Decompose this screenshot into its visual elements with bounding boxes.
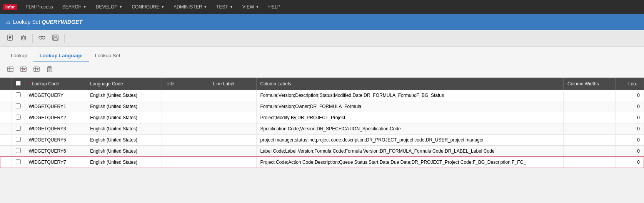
cell-languagecode: English (United States) (86, 135, 162, 146)
cell-title (162, 146, 209, 157)
cell-loo: 0 (616, 135, 644, 146)
nav-view-arrow: ▼ (256, 5, 259, 9)
cell-columnwidths (564, 112, 616, 123)
home-icon[interactable]: ⌂ (6, 18, 10, 25)
delete-button[interactable] (18, 33, 29, 44)
cell-columnwidths (564, 90, 616, 101)
tabs-bar: Lookup Lookup Language Lookup Set (0, 47, 644, 62)
row-number (0, 146, 12, 157)
nav-view[interactable]: VIEW ▼ (239, 0, 263, 14)
svg-rect-13 (54, 35, 57, 37)
table-row: WIDGETQUERY2English (United States)Proje… (0, 112, 644, 123)
cell-loo: 0 (616, 157, 644, 168)
select-all-checkbox[interactable] (16, 81, 21, 86)
save-icon (52, 35, 58, 41)
search-lookup-button[interactable] (36, 33, 48, 44)
row-select-checkbox[interactable] (16, 92, 21, 97)
cell-languagecode: English (United States) (86, 101, 162, 112)
cell-lookupcode: WIDGETQUERY7 (25, 157, 86, 168)
cell-columnwidths (564, 123, 616, 135)
sub-new-icon (7, 66, 13, 72)
cell-languagecode: English (United States) (86, 157, 162, 168)
table-row: WIDGETQUERY1English (United States)Formu… (0, 101, 644, 112)
cell-title (162, 157, 209, 168)
row-select-checkbox[interactable] (16, 103, 21, 108)
sub-paste-icon (47, 66, 53, 72)
col-header-checkbox (12, 78, 25, 90)
row-number (0, 112, 12, 123)
cell-loo: 0 (616, 90, 644, 101)
sub-toolbar (0, 62, 644, 78)
sub-copy-button[interactable] (31, 64, 42, 75)
toolbar-separator-2 (64, 34, 65, 43)
nav-develop[interactable]: DEVELOP ▼ (92, 0, 127, 14)
row-number (0, 135, 12, 146)
nav-search[interactable]: SEARCH ▼ (58, 0, 90, 14)
row-number (0, 157, 12, 168)
tab-lookup-set[interactable]: Lookup Set (89, 50, 127, 62)
breadcrumb-bar: ⌂ Lookup Set QUERYWIDGET (0, 14, 644, 30)
row-select-checkbox[interactable] (16, 137, 21, 142)
row-select-checkbox[interactable] (16, 148, 21, 153)
cell-lookupcode: WIDGETQUERY2 (25, 112, 86, 123)
cell-columnlabels: Project;Modify By;DR_PROJECT_Project (256, 112, 564, 123)
cell-title (162, 101, 209, 112)
tab-lookup-language[interactable]: Lookup Language (33, 50, 89, 62)
cell-columnlabels: Project Code;Action Code;Description;Que… (256, 157, 564, 168)
svg-rect-18 (21, 67, 26, 72)
cell-languagecode: English (United States) (86, 146, 162, 157)
table-row: WIDGETQUERY3English (United States)Speci… (0, 123, 644, 135)
cell-title (162, 123, 209, 135)
nav-help[interactable]: HELP (264, 0, 284, 14)
cell-columnwidths (564, 157, 616, 168)
row-number (0, 101, 12, 112)
cell-columnwidths (564, 101, 616, 112)
cell-columnwidths (564, 135, 616, 146)
table-body: WIDGETQUERYEnglish (United States)Formul… (0, 90, 644, 168)
cell-lookupcode: WIDGETQUERY (25, 90, 86, 101)
nav-administer-arrow: ▼ (204, 5, 207, 9)
cell-languagecode: English (United States) (86, 123, 162, 135)
sub-delete-row-button[interactable] (18, 64, 29, 75)
infor-logo[interactable]: infor (3, 4, 17, 10)
nav-test-arrow: ▼ (230, 5, 233, 9)
row-number (0, 90, 12, 101)
cell-columnlabels: Formula;Version;Owner;DR_FORMULA_Formula (256, 101, 564, 112)
row-checkbox-cell (12, 90, 25, 101)
new-button[interactable] (5, 33, 16, 44)
col-header-lookup-code: * Lookup Code (25, 78, 86, 90)
cell-title (162, 112, 209, 123)
col-header-language-code: Language Code (86, 78, 162, 90)
new-icon (7, 35, 13, 41)
cell-linelabel (209, 146, 256, 157)
nav-develop-arrow: ▼ (119, 5, 122, 9)
row-select-checkbox[interactable] (16, 126, 21, 131)
cell-title (162, 90, 209, 101)
row-checkbox-cell (12, 135, 25, 146)
table-row: WIDGETQUERYEnglish (United States)Formul… (0, 90, 644, 101)
row-select-checkbox[interactable] (16, 115, 21, 120)
save-button[interactable] (50, 33, 61, 44)
cell-linelabel (209, 112, 256, 123)
nav-plm-process: PLM Process (22, 0, 57, 14)
row-select-checkbox[interactable] (16, 159, 21, 164)
row-checkbox-cell (12, 146, 25, 157)
cell-title (162, 135, 209, 146)
cell-languagecode: English (United States) (86, 90, 162, 101)
cell-loo: 0 (616, 123, 644, 135)
cell-columnwidths (564, 146, 616, 157)
nav-configure[interactable]: CONFIGURE ▼ (128, 0, 168, 14)
sub-paste-button[interactable] (44, 64, 55, 75)
row-number (0, 123, 12, 135)
table-header-row: * Lookup Code Language Code Title Line L… (0, 78, 644, 90)
svg-rect-22 (34, 67, 39, 72)
nav-test[interactable]: TEST ▼ (212, 0, 237, 14)
table-row: WIDGETQUERY5English (United States)proje… (0, 135, 644, 146)
cell-columnlabels: Specification Code;Version;DR_SPECFICATI… (256, 123, 564, 135)
col-header-column-widths: Column Widths (564, 78, 616, 90)
tab-lookup[interactable]: Lookup (5, 50, 33, 62)
nav-administer[interactable]: ADMINISTER ▼ (170, 0, 211, 14)
sub-new-button[interactable] (5, 64, 16, 75)
svg-rect-4 (22, 36, 25, 40)
col-header-loo: Loo... (616, 78, 644, 90)
